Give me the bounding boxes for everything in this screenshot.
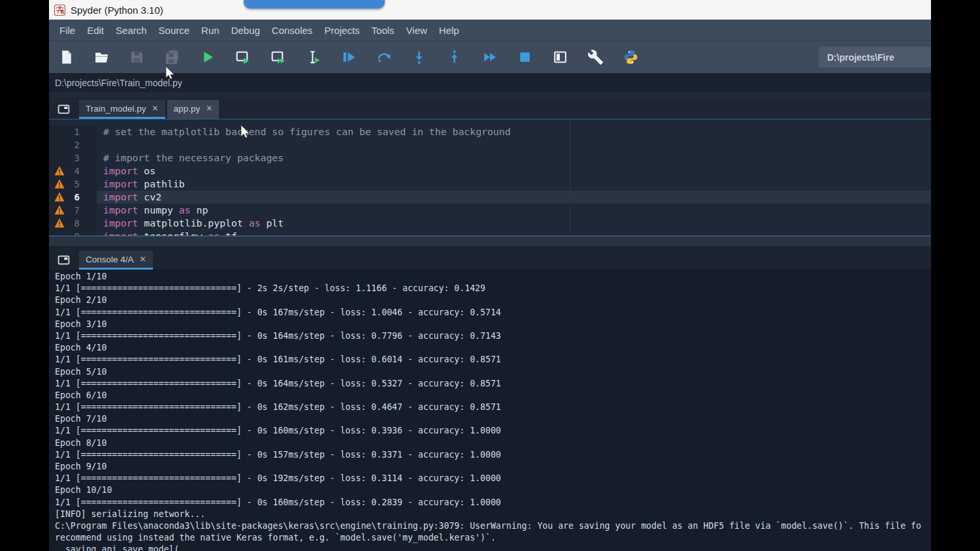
console-line: Epoch 2/10 — [55, 294, 931, 306]
line-gutter[interactable]: 2 — [49, 138, 97, 151]
line-gutter[interactable]: 8 — [49, 217, 97, 230]
editor-line[interactable]: 8import matplotlib.pyplot as plt — [49, 217, 931, 230]
close-tab-icon[interactable]: ✕ — [206, 104, 212, 113]
code-text: import matplotlib.pyplot as plt — [97, 217, 931, 230]
continue-icon — [482, 49, 498, 65]
console-line: 1/1 [==============================] - 0… — [55, 307, 931, 319]
run-cell-icon — [235, 49, 251, 65]
editor-line[interactable]: 5import pathlib — [49, 178, 931, 191]
code-text: import pathlib — [97, 178, 931, 191]
save-icon — [129, 49, 145, 65]
console-line: 1/1 [==============================] - 0… — [55, 497, 931, 509]
run-cell-button[interactable] — [231, 46, 254, 69]
svg-text:S: S — [61, 8, 65, 15]
code-text: import os — [97, 165, 931, 178]
step-over-icon — [376, 49, 392, 65]
warning-icon — [54, 218, 65, 228]
line-gutter[interactable]: 1 — [49, 125, 97, 138]
line-number: 4 — [74, 165, 80, 178]
open-file-button[interactable] — [90, 46, 113, 69]
editor-tab-bar: Train_model.py✕app.py✕ — [49, 97, 931, 119]
run-cell-advance-button[interactable] — [266, 46, 289, 69]
line-gutter[interactable]: 7 — [49, 204, 97, 217]
menu-run[interactable]: Run — [195, 25, 225, 36]
menu-tools[interactable]: Tools — [366, 25, 400, 36]
code-token: as — [179, 204, 191, 215]
code-token: os — [138, 165, 155, 176]
browse-tabs-icon[interactable] — [57, 104, 70, 114]
menu-projects[interactable]: Projects — [318, 25, 365, 36]
step-into-button[interactable] — [407, 46, 431, 69]
video-overlay-button[interactable] — [244, 0, 385, 8]
code-token: tf — [220, 230, 237, 236]
line-gutter[interactable]: 5 — [49, 178, 97, 191]
console-output[interactable]: Epoch 1/101/1 [=========================… — [49, 270, 931, 551]
code-token: import — [103, 217, 138, 228]
step-over-button[interactable] — [372, 46, 395, 69]
breadcrumb-bar: D:\projects\Fire\Train_model.py — [49, 73, 931, 92]
editor-tab-app-py[interactable]: app.py✕ — [167, 100, 220, 119]
maximize-pane-button[interactable] — [548, 46, 572, 69]
editor-tab-train-model-py[interactable]: Train_model.py✕ — [79, 100, 165, 119]
continue-button[interactable] — [478, 46, 501, 69]
menu-debug[interactable]: Debug — [225, 25, 266, 36]
console-line: Epoch 10/10 — [55, 484, 931, 496]
warning-icon — [54, 192, 65, 202]
editor-lines: 1# set the matplotlib backend so figures… — [49, 119, 931, 236]
code-editor[interactable]: 1# set the matplotlib backend so figures… — [49, 119, 931, 236]
step-return-button[interactable] — [442, 46, 466, 69]
run-button[interactable] — [195, 46, 219, 69]
line-gutter[interactable]: 9 — [49, 230, 97, 236]
line-number: 8 — [74, 217, 80, 230]
console-line: 1/1 [==============================] - 0… — [55, 425, 931, 437]
editor-line[interactable]: 1# set the matplotlib backend so figures… — [49, 125, 931, 138]
editor-line[interactable]: 6import cv2 — [49, 191, 931, 204]
menu-edit[interactable]: Edit — [81, 25, 110, 36]
code-text: # set the matplotlib backend so figures … — [97, 125, 931, 138]
line-gutter[interactable]: 6 — [49, 191, 97, 204]
code-token: # import the necessary packages — [103, 152, 284, 163]
editor-tabs: Train_model.py✕app.py✕ — [79, 100, 221, 119]
close-tab-icon[interactable]: ✕ — [152, 104, 159, 113]
menu-view[interactable]: View — [400, 25, 433, 36]
run-selection-icon — [305, 49, 321, 65]
tab-label: Console 4/A — [86, 255, 134, 264]
python-path-button[interactable] — [619, 46, 642, 69]
preferences-button[interactable] — [583, 46, 607, 69]
mouse-cursor-shadow — [240, 125, 251, 139]
console-tab-bar: Console 4/A✕ — [49, 247, 931, 270]
preferences-icon — [587, 49, 604, 65]
line-number: 6 — [74, 191, 80, 204]
menu-source[interactable]: Source — [153, 25, 196, 36]
stop-icon — [517, 49, 533, 65]
editor-line[interactable]: 9import tensorflow as tf — [49, 230, 931, 236]
console-line: 1/1 [==============================] - 0… — [55, 354, 931, 366]
stop-button[interactable] — [513, 46, 536, 69]
menu-file[interactable]: File — [54, 25, 81, 36]
code-token: cv2 — [138, 191, 161, 202]
new-file-button[interactable] — [54, 46, 78, 69]
code-token: np — [191, 204, 208, 215]
warning-icon — [54, 166, 65, 176]
run-selection-button[interactable] — [301, 46, 325, 69]
splitter-handle[interactable] — [49, 236, 931, 247]
toolbar-buttons — [54, 46, 654, 69]
console-line: [INFO] serializing network... — [55, 509, 931, 520]
edge-line — [570, 119, 570, 236]
editor-line[interactable]: 7import numpy as np — [49, 204, 931, 217]
console-tab-console-4-a[interactable]: Console 4/A✕ — [79, 251, 153, 270]
line-gutter[interactable]: 4 — [49, 165, 97, 178]
menu-consoles[interactable]: Consoles — [266, 25, 319, 36]
browse-tabs-icon[interactable] — [57, 255, 70, 265]
menu-search[interactable]: Search — [110, 25, 153, 36]
editor-line[interactable]: 2 — [49, 138, 931, 151]
editor-line[interactable]: 4import os — [49, 165, 931, 178]
editor-line[interactable]: 3# import the necessary packages — [49, 151, 931, 165]
console-line: Epoch 9/10 — [55, 461, 931, 473]
menu-help[interactable]: Help — [433, 25, 465, 36]
debug-button[interactable] — [336, 46, 360, 69]
tab-label: Train_model.py — [86, 104, 146, 114]
working-directory-input[interactable]: D:\projects\Fire — [819, 47, 931, 67]
line-gutter[interactable]: 3 — [49, 151, 97, 165]
close-tab-icon[interactable]: ✕ — [140, 255, 146, 264]
